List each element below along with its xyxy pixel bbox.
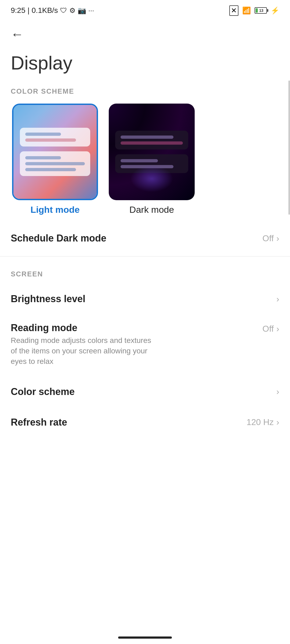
color-scheme-section-label: COLOR SCHEME [0, 85, 290, 101]
schedule-dark-mode-value: Off › [262, 233, 279, 243]
scroll-indicator [288, 80, 290, 215]
network-speed: 0.1KB/s [32, 6, 58, 15]
dark-mode-thumbnail [109, 104, 195, 200]
refresh-rate-value: 120 Hz › [247, 417, 279, 427]
shield-icon: 🛡 [60, 6, 67, 15]
refresh-rate-chevron: › [276, 417, 279, 427]
brightness-level-row[interactable]: Brightness level › [0, 284, 290, 314]
schedule-dark-mode-label: Schedule Dark mode [11, 233, 106, 244]
brightness-level-chevron-container: › [276, 294, 279, 304]
schedule-dark-mode-row[interactable]: Schedule Dark mode Off › [0, 223, 290, 254]
color-scheme-options: Light mode Dark mode [0, 101, 290, 223]
schedule-dark-mode-chevron: › [276, 233, 279, 243]
battery-indicator: 13 [255, 7, 267, 14]
screen-section-label: SCREEN [0, 267, 290, 284]
light-mode-thumbnail [12, 104, 98, 200]
back-button[interactable]: ← [0, 19, 290, 47]
more-icon: ··· [88, 6, 94, 15]
wifi-icon: 📶 [242, 6, 251, 15]
reading-mode-chevron: › [276, 324, 279, 334]
refresh-rate-row[interactable]: Refresh rate 120 Hz › [0, 407, 290, 438]
status-right: ✕ 📶 13 ⚡ [229, 5, 279, 16]
dark-mode-option[interactable]: Dark mode [107, 104, 196, 215]
color-scheme-chevron-container: › [276, 387, 279, 397]
status-bar: 9:25 | 0.1KB/s 🛡 ⚙ 📷 ··· ✕ 📶 13 ⚡ [0, 0, 290, 19]
light-mode-option[interactable]: Light mode [11, 104, 99, 215]
brightness-level-label: Brightness level [11, 293, 85, 305]
color-scheme-row-label: Color scheme [11, 386, 75, 397]
color-scheme-row[interactable]: Color scheme › [0, 376, 290, 407]
page-title: Display [0, 47, 290, 85]
reading-mode-description: Reading mode adjusts colors and textures… [11, 335, 156, 367]
section-divider [0, 256, 290, 257]
color-scheme-chevron: › [276, 387, 279, 397]
reading-mode-label: Reading mode [11, 322, 262, 334]
dark-mode-label: Dark mode [129, 204, 174, 215]
close-icon: ✕ [229, 5, 238, 16]
refresh-rate-label: Refresh rate [11, 417, 67, 428]
charging-icon: ⚡ [271, 6, 279, 15]
time-display: 9:25 [11, 6, 26, 15]
light-mode-label: Light mode [30, 204, 79, 215]
reading-mode-value: Off › [262, 324, 279, 334]
reading-mode-row[interactable]: Reading mode Reading mode adjusts colors… [0, 314, 290, 376]
bottom-nav-indicator [118, 636, 172, 639]
brightness-chevron-icon: › [276, 294, 279, 304]
status-left: 9:25 | 0.1KB/s 🛡 ⚙ 📷 ··· [11, 6, 94, 15]
back-arrow-icon: ← [11, 27, 24, 41]
speed-display: | [28, 6, 30, 15]
gear-icon: ⚙ [69, 6, 75, 15]
reading-mode-content: Reading mode Reading mode adjusts colors… [11, 322, 262, 367]
camera-icon: 📷 [78, 6, 86, 15]
